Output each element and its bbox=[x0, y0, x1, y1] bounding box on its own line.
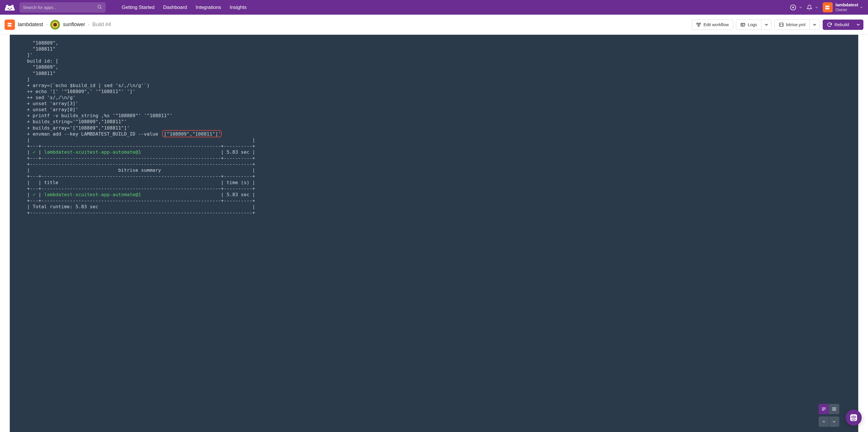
org-dropdown-icon bbox=[859, 5, 863, 9]
edit-workflow-label: Edit workflow bbox=[704, 22, 729, 27]
yml-button-group: bitrise.yml bbox=[774, 20, 820, 30]
rebuild-button-group: Rebuild bbox=[823, 20, 863, 30]
top-nav: Getting Started Dashboard Integrations I… bbox=[0, 0, 868, 15]
breadcrumb-app[interactable]: sunflower bbox=[63, 22, 85, 28]
nav-right: lambdatest Owner bbox=[790, 2, 863, 12]
subnav-actions: Edit workflow Logs bitrise.yml Rebuild bbox=[692, 20, 863, 30]
rebuild-dropdown-button[interactable] bbox=[854, 20, 863, 30]
logs-button-group: Logs bbox=[736, 20, 772, 30]
breadcrumb-sep-icon: › bbox=[88, 22, 89, 27]
rebuild-label: Rebuild bbox=[834, 22, 849, 27]
bitrise-logo-icon[interactable] bbox=[5, 2, 15, 12]
intercom-chat-button[interactable] bbox=[846, 410, 862, 426]
nav-insights[interactable]: Insights bbox=[229, 5, 247, 10]
nav-getting-started[interactable]: Getting Started bbox=[122, 5, 154, 10]
svg-rect-9 bbox=[699, 23, 701, 24]
add-dropdown-icon[interactable] bbox=[799, 5, 803, 9]
project-avatar-icon[interactable] bbox=[5, 20, 15, 30]
log-wrap: "108809", "108811"]'build id: [ "108809"… bbox=[0, 35, 868, 432]
yml-dropdown-button[interactable] bbox=[810, 20, 820, 30]
org-role: Owner bbox=[836, 7, 858, 12]
notifications-dropdown-icon[interactable] bbox=[815, 5, 818, 9]
app-avatar-icon[interactable] bbox=[50, 20, 60, 30]
svg-rect-8 bbox=[696, 23, 698, 24]
nav-dashboard[interactable]: Dashboard bbox=[163, 5, 187, 10]
breadcrumb-project[interactable]: lambdatest bbox=[18, 22, 43, 28]
search-box[interactable] bbox=[20, 2, 105, 12]
svg-rect-10 bbox=[698, 25, 699, 26]
org-switcher[interactable]: lambdatest Owner bbox=[823, 2, 863, 12]
yml-label: bitrise.yml bbox=[786, 22, 806, 27]
log-panel[interactable]: "108809", "108811"]'build id: [ "108809"… bbox=[10, 35, 858, 432]
subnav: lambdatest › sunflower › Build #4 Edit w… bbox=[0, 15, 868, 35]
org-name: lambdatest bbox=[836, 2, 858, 7]
nav-integrations[interactable]: Integrations bbox=[196, 5, 221, 10]
svg-point-1 bbox=[11, 8, 12, 9]
svg-line-4 bbox=[100, 8, 101, 9]
edit-workflow-button[interactable]: Edit workflow bbox=[692, 20, 733, 30]
scroll-up-button[interactable] bbox=[818, 416, 829, 427]
notifications-icon[interactable] bbox=[807, 5, 812, 10]
scroll-down-button[interactable] bbox=[829, 416, 839, 427]
search-input[interactable] bbox=[23, 5, 97, 10]
svg-rect-2 bbox=[9, 9, 10, 10]
org-text: lambdatest Owner bbox=[836, 2, 858, 12]
add-icon[interactable] bbox=[790, 4, 796, 11]
view-mode-wrap-button[interactable] bbox=[818, 404, 829, 414]
breadcrumb-build: Build #4 bbox=[92, 22, 111, 28]
rebuild-button[interactable]: Rebuild bbox=[823, 20, 854, 30]
org-avatar-icon bbox=[823, 2, 833, 12]
yml-button[interactable]: bitrise.yml bbox=[774, 20, 810, 30]
logs-dropdown-button[interactable] bbox=[762, 20, 772, 30]
float-controls bbox=[818, 404, 839, 427]
breadcrumb-sep-icon: › bbox=[46, 22, 48, 27]
svg-point-0 bbox=[8, 8, 9, 9]
view-mode-full-button[interactable] bbox=[829, 404, 839, 414]
logs-button[interactable]: Logs bbox=[736, 20, 762, 30]
nav-links: Getting Started Dashboard Integrations I… bbox=[122, 5, 247, 10]
search-icon bbox=[97, 4, 102, 11]
logs-label: Logs bbox=[748, 22, 757, 27]
svg-point-3 bbox=[98, 5, 101, 8]
